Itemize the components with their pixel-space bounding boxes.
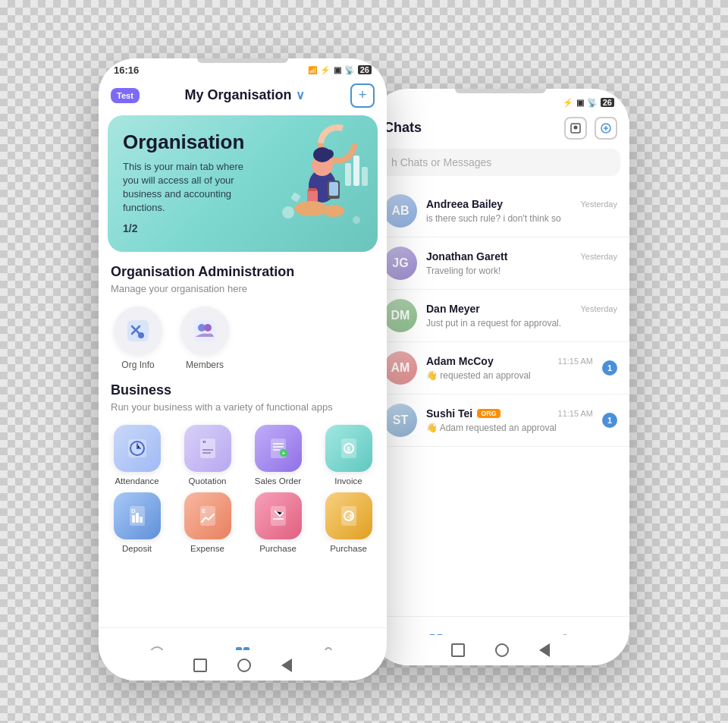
invoice-label: Invoice (334, 476, 362, 487)
deposit-tile[interactable]: D Deposit (105, 492, 169, 555)
chat-item-sushi[interactable]: ST Sushi Tei ORG 11:15 AM 👋 Adam request… (372, 395, 629, 447)
members-icon (180, 306, 229, 355)
sales-order-label: Sales Order (255, 476, 301, 487)
attendance-icon (114, 425, 161, 472)
chat-time-adam: 11:15 AM (558, 357, 593, 366)
org-name: My Organisation (184, 87, 291, 103)
chat-name-adam: Adam McCoy (426, 355, 494, 367)
chat-name-sushi: Sushi Tei (426, 407, 472, 420)
chat-preview-sushi: 👋 Adam requested an approval (426, 423, 593, 433)
sim-icon: ▣ (334, 65, 341, 75)
android-home-btn[interactable] (237, 659, 251, 672)
svg-rect-41 (136, 513, 139, 523)
attendance-label: Attendance (115, 476, 158, 487)
chat-preview-andreea: is there such rule? i don't think so (426, 213, 617, 224)
quotation-icon: " (184, 425, 231, 472)
invoice-tile[interactable]: $ Invoice (316, 425, 381, 487)
add-button[interactable]: + (350, 83, 375, 108)
chat-info-jonathan: Jonathan Garett Yesterday Traveling for … (426, 250, 617, 276)
chats-search-bar[interactable]: h Chats or Messages (381, 149, 620, 176)
org-title: My Organisation ∨ (184, 87, 305, 103)
svg-point-15 (282, 206, 294, 218)
chat-name-dan: Dan Meyer (426, 303, 480, 315)
svg-text:E: E (202, 508, 206, 514)
chat-avatar-sushi: ST (384, 404, 417, 437)
org-admin-title: Organisation Administration (99, 264, 387, 283)
chat-item-jonathan[interactable]: JG Jonathan Garett Yesterday Traveling f… (372, 237, 629, 290)
signal-icon: 📶 (308, 66, 317, 74)
chats-android-square[interactable] (451, 643, 465, 657)
chats-android-back[interactable] (539, 643, 550, 657)
chevron-down-icon[interactable]: ∨ (296, 88, 305, 102)
expense-tile[interactable]: E Expense (175, 492, 240, 555)
svg-rect-10 (329, 182, 338, 196)
invoice-icon: $ (325, 425, 372, 472)
purchase-tile-1[interactable]: Purchase (246, 492, 310, 555)
main-phone-screen: 16:16 📶 ⚡ ▣ 📡 26 Test My Organisation ∨ … (99, 58, 387, 681)
chats-status-icons: ⚡ ▣ 📡 26 (563, 98, 614, 108)
deposit-label: Deposit (122, 544, 152, 555)
chat-item-dan[interactable]: DM Dan Meyer Yesterday Just put in a req… (372, 290, 629, 342)
chat-name-row-dan: Dan Meyer Yesterday (426, 303, 617, 315)
svg-point-13 (294, 201, 328, 216)
chat-avatar-dan: DM (384, 299, 417, 332)
chat-info-sushi: Sushi Tei ORG 11:15 AM 👋 Adam requested … (426, 407, 593, 433)
expense-label: Expense (190, 544, 224, 555)
chats-sim-icon: ▣ (576, 98, 584, 108)
chat-time-sushi: 11:15 AM (558, 409, 593, 418)
chats-phone-notch (455, 89, 546, 93)
android-square-btn[interactable] (193, 659, 207, 672)
main-scroll-content[interactable]: Organisation This is your main tab where… (99, 115, 387, 654)
search-placeholder: h Chats or Messages (391, 156, 491, 168)
purchase-label-1: Purchase (259, 544, 297, 555)
chat-badge-sushi: 1 (602, 413, 617, 428)
chat-avatar-jonathan: JG (384, 247, 417, 280)
chat-name-sushi-container: Sushi Tei ORG (426, 407, 500, 420)
chats-wifi-icon: 📡 (587, 98, 598, 108)
quotation-tile[interactable]: " Quotation (175, 425, 240, 487)
chat-item-adam[interactable]: AM Adam McCoy 11:15 AM 👋 requested an ap… (372, 342, 629, 395)
chat-preview-adam: 👋 requested an approval (426, 370, 593, 381)
hero-description: This is your main tab where you will acc… (123, 160, 255, 215)
android-back-btn[interactable] (281, 659, 292, 672)
business-title: Business (99, 382, 387, 401)
purchase-tile-2[interactable]: -$ Purchase (316, 492, 381, 555)
svg-rect-42 (140, 517, 143, 523)
org-admin-section: Organisation Administration Manage your … (99, 264, 387, 382)
svg-text:-$: -$ (347, 513, 353, 520)
chats-battery-icon: 26 (601, 98, 614, 107)
quotation-label: Quotation (189, 476, 227, 487)
svg-rect-18 (127, 320, 149, 341)
status-time: 16:16 (114, 64, 139, 76)
sales-order-tile[interactable]: + Sales Order (246, 425, 310, 487)
chat-info-andreea: Andreea Bailey Yesterday is there such r… (426, 198, 617, 224)
add-chat-button[interactable] (595, 117, 617, 140)
svg-rect-2 (345, 163, 351, 186)
chats-android-home[interactable] (495, 643, 509, 657)
svg-point-19 (138, 332, 144, 338)
status-icons: 📶 ⚡ ▣ 📡 26 (308, 65, 372, 75)
svg-text:D: D (131, 508, 136, 514)
sales-order-icon: + (255, 425, 302, 472)
members-label: Members (186, 360, 224, 370)
org-info-item[interactable]: Org Info (111, 306, 165, 370)
svg-rect-45 (271, 506, 286, 526)
chats-title: Chats (384, 120, 422, 136)
chats-phone: ⚡ ▣ 📡 26 Chats (372, 89, 629, 665)
chat-time-andreea: Yesterday (580, 200, 617, 209)
members-item[interactable]: Members (177, 306, 232, 370)
main-android-nav (99, 650, 387, 681)
chat-time-jonathan: Yesterday (580, 252, 617, 261)
chats-phone-screen: ⚡ ▣ 📡 26 Chats (372, 89, 629, 665)
attendance-tile[interactable]: Attendance (105, 425, 169, 487)
svg-text:+: + (281, 450, 285, 457)
wifi-icon: 📡 (344, 65, 355, 75)
chats-android-nav (372, 635, 629, 665)
chat-info-dan: Dan Meyer Yesterday Just put in a reques… (426, 303, 617, 328)
chats-contact-icon[interactable] (564, 117, 587, 140)
purchase-icon-1 (255, 492, 302, 539)
chat-preview-jonathan: Traveling for work! (426, 266, 617, 276)
test-badge[interactable]: Test (111, 88, 140, 103)
svg-text:$: $ (347, 445, 350, 453)
chat-item-andreea[interactable]: AB Andreea Bailey Yesterday is there suc… (372, 185, 629, 237)
